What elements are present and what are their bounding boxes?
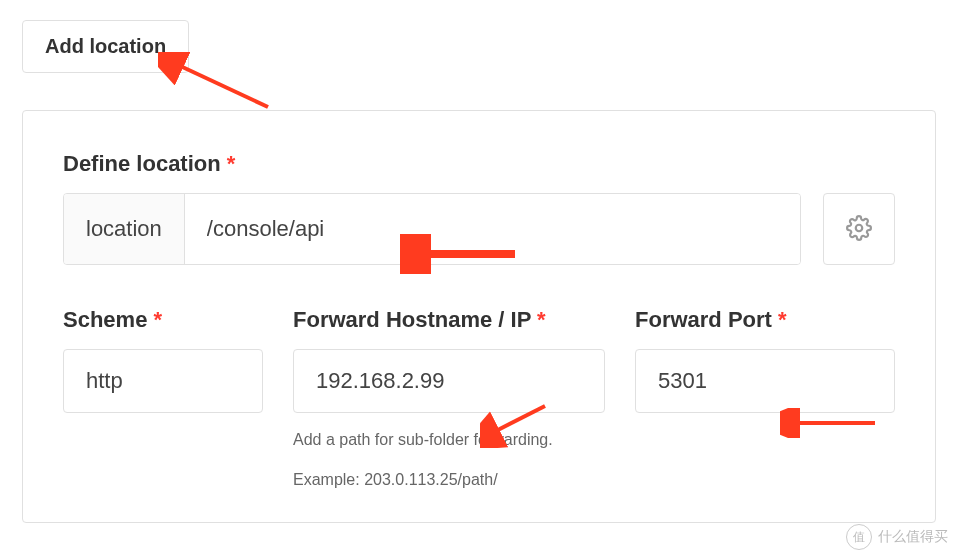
location-panel: Define location * location Scheme * http bbox=[22, 110, 936, 523]
port-input-wrapper bbox=[635, 349, 895, 413]
required-asterisk: * bbox=[227, 151, 236, 176]
port-column: Forward Port * bbox=[635, 307, 895, 492]
location-row: location bbox=[63, 193, 895, 265]
forward-fields-row: Scheme * http Forward Hostname / IP * Ad… bbox=[63, 307, 895, 492]
hostname-input[interactable] bbox=[316, 368, 582, 394]
port-label-text: Forward Port bbox=[635, 307, 772, 332]
hostname-label-text: Forward Hostname / IP bbox=[293, 307, 531, 332]
add-location-label: Add location bbox=[45, 35, 166, 57]
location-input-group: location bbox=[63, 193, 801, 265]
location-prefix: location bbox=[64, 194, 185, 264]
location-settings-button[interactable] bbox=[823, 193, 895, 265]
define-location-label: Define location * bbox=[63, 151, 895, 177]
scheme-column: Scheme * http bbox=[63, 307, 263, 492]
port-input[interactable] bbox=[658, 368, 872, 394]
svg-line-1 bbox=[176, 64, 268, 107]
add-location-button[interactable]: Add location bbox=[22, 20, 189, 73]
required-asterisk: * bbox=[154, 307, 163, 332]
hostname-label: Forward Hostname / IP * bbox=[293, 307, 605, 333]
watermark: 值 什么值得买 bbox=[846, 524, 948, 550]
scheme-label-text: Scheme bbox=[63, 307, 147, 332]
port-label: Forward Port * bbox=[635, 307, 895, 333]
hostname-column: Forward Hostname / IP * Add a path for s… bbox=[293, 307, 605, 492]
svg-point-0 bbox=[856, 224, 863, 231]
define-location-label-text: Define location bbox=[63, 151, 221, 176]
scheme-label: Scheme * bbox=[63, 307, 263, 333]
scheme-select[interactable]: http bbox=[63, 349, 263, 413]
scheme-value: http bbox=[86, 368, 123, 394]
watermark-text: 什么值得买 bbox=[878, 528, 948, 546]
gear-icon bbox=[846, 215, 872, 244]
required-asterisk: * bbox=[778, 307, 787, 332]
hostname-helper-2: Example: 203.0.113.25/path/ bbox=[293, 467, 605, 493]
watermark-icon: 值 bbox=[846, 524, 872, 550]
location-path-input[interactable] bbox=[185, 194, 800, 264]
required-asterisk: * bbox=[537, 307, 546, 332]
hostname-input-wrapper bbox=[293, 349, 605, 413]
hostname-helper-1: Add a path for sub-folder forwarding. bbox=[293, 427, 605, 453]
